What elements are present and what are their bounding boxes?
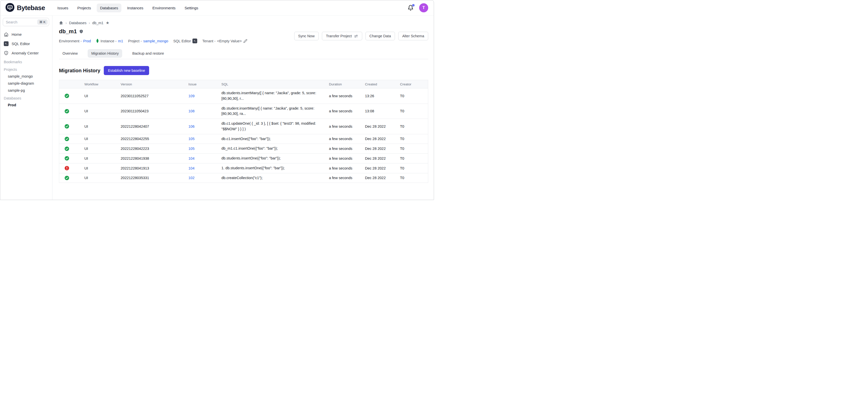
col-header-duration: Duration: [329, 82, 365, 86]
issue-link[interactable]: 109: [188, 94, 194, 98]
meta-link-m1[interactable]: m1: [118, 39, 123, 43]
sidebar-section-databases: Databases: [0, 94, 52, 101]
creator-cell: T0: [400, 92, 428, 100]
created-cell: Dec 28 2022: [365, 135, 400, 143]
meta-label: Project -: [128, 39, 142, 43]
creator-cell: T0: [400, 122, 428, 130]
pencil-icon[interactable]: [243, 39, 247, 43]
issue-link[interactable]: 106: [188, 124, 194, 128]
table-row[interactable]: UI20221228042407106db.c1.updateOne( { _i…: [59, 119, 428, 134]
version-cell: 20230111050423: [121, 107, 188, 115]
error-icon: [64, 166, 69, 171]
workflow-cell: UI: [84, 145, 121, 153]
sql-cell: db_m1.c1.insertOne({"foo": "bar"});: [221, 144, 329, 153]
migration-table: WorkflowVersionIssueSQLDurationCreatedCr…: [59, 80, 428, 183]
sidebar-item-home[interactable]: Home: [0, 30, 52, 39]
migration-section-head: Migration History Establish new baseline: [59, 66, 428, 75]
meta-link-prod[interactable]: Prod: [83, 39, 91, 43]
sidebar-item-sql-editor[interactable]: >_SQL Editor: [0, 39, 52, 49]
issue-link[interactable]: 108: [188, 109, 194, 113]
topnav-item-issues[interactable]: Issues: [54, 3, 71, 12]
search-shortcut: ⌘ K: [37, 20, 48, 25]
topnav-item-environments[interactable]: Environments: [149, 3, 179, 12]
bytebase-logo[interactable]: Bytebase: [5, 3, 45, 13]
issue-link[interactable]: 102: [188, 176, 194, 180]
search-input[interactable]: [6, 20, 37, 24]
check-icon: [64, 93, 69, 98]
status-cell: [59, 144, 84, 153]
duration-cell: a few seconds: [329, 92, 365, 100]
breadcrumb-separator: ›: [65, 21, 67, 25]
tab-backup-and-restore[interactable]: Backup and restore: [129, 49, 167, 58]
app-body: ⌘ K Home>_SQL EditorAnomaly Center Bookm…: [0, 16, 434, 200]
created-cell: Dec 28 2022: [365, 174, 400, 182]
tab-migration-history[interactable]: Migration History: [88, 49, 122, 58]
issue-link[interactable]: 104: [188, 166, 194, 170]
issue-cell: 106: [188, 122, 221, 130]
issue-link[interactable]: 105: [188, 137, 194, 141]
search-box[interactable]: ⌘ K: [3, 18, 49, 26]
transfer-project-button[interactable]: Transfer Project: [322, 32, 362, 40]
meta-environment: Environment -Prod: [59, 39, 91, 43]
topnav-item-databases[interactable]: Databases: [97, 3, 121, 12]
top-navigation: Bytebase IssuesProjectsDatabasesInstance…: [0, 0, 434, 16]
issue-link[interactable]: 105: [188, 147, 194, 151]
workflow-cell: UI: [84, 122, 121, 130]
issue-cell: 105: [188, 135, 221, 143]
duration-cell: a few seconds: [329, 107, 365, 115]
change-data-button[interactable]: Change Data: [366, 32, 395, 40]
breadcrumb-databases[interactable]: Databases: [69, 21, 86, 25]
topnav-item-settings[interactable]: Settings: [181, 3, 202, 12]
alter-schema-button[interactable]: Alter Schema: [398, 32, 428, 40]
home-icon[interactable]: [59, 21, 63, 25]
avatar[interactable]: T: [419, 3, 428, 12]
col-header-created: Created: [365, 82, 400, 86]
table-row[interactable]: UI202212280419131041. db.students.insert…: [59, 163, 428, 173]
issue-cell: 104: [188, 154, 221, 162]
created-cell: Dec 28 2022: [365, 164, 400, 172]
button-label: Transfer Project: [326, 34, 352, 38]
database-meta-row: Environment -ProdInstance -m1Project -sa…: [59, 38, 247, 43]
meta-label: SQL Editor: [173, 39, 191, 43]
sql-cell: db.students.insertOne({"foo": "bar"});: [221, 154, 329, 163]
sidebar-item-anomaly-center[interactable]: Anomaly Center: [0, 49, 52, 58]
sidebar-item-prod[interactable]: Prod: [0, 101, 52, 109]
header-actions: Sync NowTransfer ProjectChange DataAlter…: [294, 32, 428, 40]
page-title-row: db_m1: [59, 28, 247, 35]
created-cell: Dec 28 2022: [365, 122, 400, 130]
tab-overview[interactable]: Overview: [59, 49, 81, 58]
topnav-item-projects[interactable]: Projects: [74, 3, 94, 12]
status-cell: [59, 164, 84, 173]
sidebar-item-sample-diagram[interactable]: sample-diagram: [0, 80, 52, 87]
table-row[interactable]: UI20230111052527109db.students.insertMan…: [59, 88, 428, 104]
sql-editor-icon[interactable]: >_: [192, 38, 197, 43]
table-row[interactable]: UI20230111050423108db.student.insertMany…: [59, 104, 428, 119]
table-header: WorkflowVersionIssueSQLDurationCreatedCr…: [59, 80, 428, 88]
sidebar-item-sample-pg[interactable]: sample-pg: [0, 87, 52, 94]
meta-label: Instance -: [100, 39, 117, 43]
button-label: Change Data: [370, 34, 391, 38]
establish-baseline-button[interactable]: Establish new baseline: [104, 66, 149, 75]
table-row[interactable]: UI20221228042255105db.c1.insertOne({"foo…: [59, 134, 428, 144]
table-body: UI20230111052527109db.students.insertMan…: [59, 88, 428, 183]
check-icon: [64, 109, 69, 114]
issue-link[interactable]: 104: [188, 156, 194, 160]
breadcrumb-db-m1[interactable]: db_m1: [92, 21, 103, 25]
table-row[interactable]: UI20221228041938104db.students.insertOne…: [59, 154, 428, 163]
header-row: db_m1 Environment -ProdInstance -m1Proje…: [59, 28, 428, 43]
notification-bell-icon[interactable]: [408, 5, 413, 11]
meta-link-sample-mongo[interactable]: sample_mongo: [143, 39, 168, 43]
duration-cell: a few seconds: [329, 135, 365, 143]
bookmark-star-icon[interactable]: ★: [106, 21, 109, 25]
col-header-workflow: Workflow: [84, 82, 121, 86]
sidebar-sections: BookmarksProjectssample_mongosample-diag…: [0, 58, 52, 109]
topnav-item-instances[interactable]: Instances: [124, 3, 147, 12]
table-row[interactable]: UI20221228035331102db.createCollection("…: [59, 173, 428, 183]
created-cell: Dec 28 2022: [365, 145, 400, 153]
col-header-issue: Issue: [188, 82, 221, 86]
sync-now-button[interactable]: Sync Now: [294, 32, 319, 40]
meta-value: <Empty Value>: [217, 39, 242, 43]
sidebar-item-sample-mongo[interactable]: sample_mongo: [0, 73, 52, 80]
sql-cell: db.c1.updateOne( { _id: 3 }, [ { $set: {…: [221, 119, 329, 134]
table-row[interactable]: UI20221228042223105db_m1.c1.insertOne({"…: [59, 144, 428, 154]
